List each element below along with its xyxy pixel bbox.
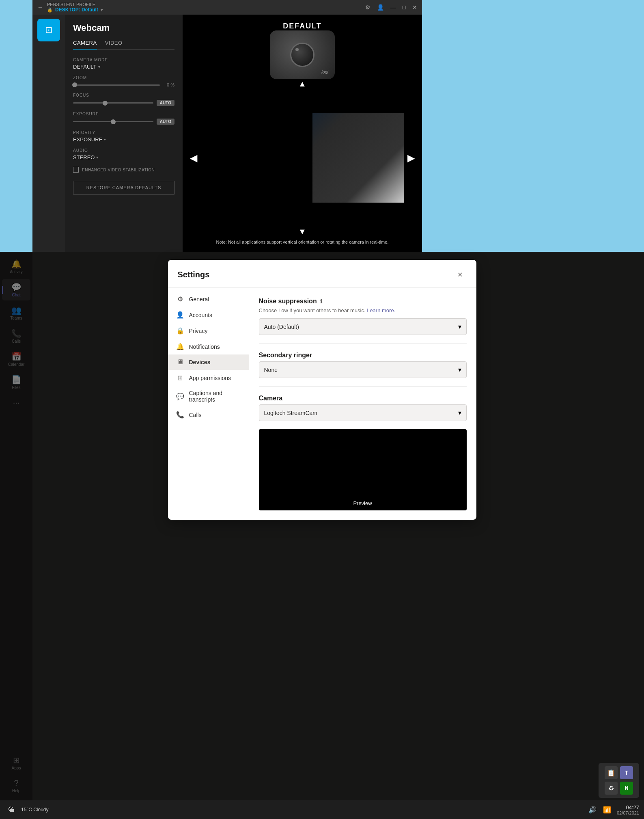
noise-suppression-value: Auto (Default) bbox=[264, 324, 299, 330]
secondary-ringer-label: Secondary ringer bbox=[259, 352, 312, 359]
noise-suppression-dropdown[interactable]: Auto (Default) ▾ bbox=[259, 318, 467, 335]
taskbar-left: 🌥 15°C Cloudy bbox=[5, 803, 49, 816]
focus-slider-container: AUTO bbox=[73, 100, 174, 106]
camera-mode-value: DEFAULT bbox=[73, 64, 97, 70]
secondary-ringer-heading: Secondary ringer bbox=[259, 352, 467, 359]
exposure-slider-thumb[interactable] bbox=[111, 119, 116, 124]
pan-down-arrow[interactable]: ▼ bbox=[298, 227, 306, 236]
camera-mode-select[interactable]: DEFAULT ▾ bbox=[73, 64, 174, 70]
settings-content: Noise suppression ℹ Choose Low if you wa… bbox=[249, 288, 476, 520]
taskbar-clock[interactable]: 04:27 02/07/2021 bbox=[617, 804, 639, 815]
priority-select[interactable]: EXPOSURE ▾ bbox=[73, 136, 174, 143]
priority-chevron: ▾ bbox=[104, 137, 106, 142]
settings-nav-accounts[interactable]: 👤 Accounts bbox=[168, 307, 249, 323]
camera-lens-graphic bbox=[290, 43, 314, 67]
live-overlay bbox=[200, 113, 312, 203]
webcam-preview-panel: DEFAULT logi ▲ ◀ ▶ ▼ Note: Not all appli… bbox=[183, 15, 422, 252]
camera-value: Logitech StreamCam bbox=[264, 410, 318, 416]
camera-dropdown[interactable]: Logitech StreamCam ▾ bbox=[259, 404, 467, 421]
lock-icon: 🔒 bbox=[47, 7, 53, 13]
webcam-body: ⊡ Webcam CAMERA VIDEO CAMERA MODE DEFAUL… bbox=[32, 15, 422, 252]
notif-clipboard-icon[interactable]: 📋 bbox=[605, 766, 618, 779]
settings-nav-general[interactable]: ⚙ General bbox=[168, 291, 249, 307]
secondary-ringer-value: None bbox=[264, 367, 278, 373]
calls-nav-icon: 📞 bbox=[176, 411, 184, 419]
network-icon[interactable]: 📶 bbox=[601, 803, 614, 816]
pan-up-arrow[interactable]: ▲ bbox=[298, 79, 306, 89]
app-permissions-nav-label: App permissions bbox=[189, 375, 231, 381]
webcam-minimize-button[interactable]: — bbox=[390, 4, 396, 11]
webcam-maximize-button[interactable]: □ bbox=[403, 4, 406, 11]
webcam-tab-video[interactable]: VIDEO bbox=[105, 40, 123, 48]
notif-nvidia-icon[interactable]: N bbox=[620, 782, 633, 795]
settings-modal: Settings ✕ ⚙ General 👤 Accounts 🔒 Privac… bbox=[168, 260, 476, 520]
notif-teams-icon[interactable]: T bbox=[620, 766, 633, 779]
taskbar: 🌥 15°C Cloudy 🔊 📶 04:27 02/07/2021 bbox=[0, 800, 644, 819]
restore-defaults-button[interactable]: RESTORE CAMERA DEFAULTS bbox=[73, 181, 174, 194]
settings-nav-devices[interactable]: 🖥 Devices bbox=[168, 354, 249, 370]
audio-label: AUDIO bbox=[73, 148, 174, 153]
settings-nav-calls[interactable]: 📞 Calls bbox=[168, 407, 249, 423]
priority-label: PRIORITY bbox=[73, 130, 174, 135]
settings-nav-privacy[interactable]: 🔒 Privacy bbox=[168, 323, 249, 339]
focus-slider-track[interactable] bbox=[73, 102, 153, 104]
zoom-slider-container: 0 % bbox=[73, 82, 174, 87]
noise-suppression-heading: Noise suppression ℹ bbox=[259, 298, 467, 305]
privacy-nav-label: Privacy bbox=[189, 328, 208, 334]
volume-icon[interactable]: 🔊 bbox=[586, 803, 599, 816]
webcam-user-icon[interactable]: 👤 bbox=[377, 4, 384, 11]
zoom-slider-thumb[interactable] bbox=[72, 82, 77, 87]
audio-select[interactable]: STEREO ▾ bbox=[73, 154, 174, 160]
notif-recycle-icon[interactable]: ♻ bbox=[605, 782, 618, 795]
calls-nav-label: Calls bbox=[189, 412, 202, 418]
camera-label: Camera bbox=[259, 395, 283, 402]
devices-nav-icon: 🖥 bbox=[176, 359, 184, 366]
taskbar-date-value: 02/07/2021 bbox=[617, 810, 639, 815]
note-text: Note: Not all applications support verti… bbox=[213, 236, 392, 248]
camera-mode-label: CAMERA MODE bbox=[73, 58, 174, 62]
webcam-titlebar-controls: ⚙ 👤 — □ ✕ bbox=[365, 4, 417, 11]
settings-nav-notifications[interactable]: 🔔 Notifications bbox=[168, 339, 249, 354]
webcam-settings-icon[interactable]: ⚙ bbox=[365, 4, 370, 11]
captions-nav-label: Captions and transcripts bbox=[189, 390, 241, 403]
taskbar-weather-icon[interactable]: 🌥 bbox=[5, 803, 18, 816]
pan-right-arrow[interactable]: ▶ bbox=[404, 149, 418, 167]
camera-preview: Preview bbox=[259, 429, 467, 510]
camera-heading: Camera bbox=[259, 395, 467, 402]
privacy-nav-icon: 🔒 bbox=[176, 327, 184, 335]
camera-preview-label: Preview bbox=[353, 500, 372, 506]
exposure-auto-badge: AUTO bbox=[157, 119, 174, 125]
webcam-camera-image: logi bbox=[270, 30, 335, 79]
general-nav-label: General bbox=[189, 296, 209, 303]
noise-suppression-info-icon[interactable]: ℹ bbox=[320, 298, 322, 305]
webcam-close-button[interactable]: ✕ bbox=[412, 4, 417, 11]
webcam-title-group: PERSISTENT PROFILE 🔒 DESKTOP: Default ▾ bbox=[47, 2, 103, 13]
settings-body: ⚙ General 👤 Accounts 🔒 Privacy 🔔 Notific… bbox=[168, 288, 476, 520]
webcam-titlebar-left: ← PERSISTENT PROFILE 🔒 DESKTOP: Default … bbox=[37, 2, 103, 13]
profile-chevron-icon: ▾ bbox=[101, 8, 103, 12]
stabilization-checkbox[interactable] bbox=[73, 167, 79, 173]
notification-popup: 📋 T ♻ N bbox=[599, 763, 639, 798]
webcam-back-button[interactable]: ← bbox=[37, 4, 43, 11]
webcam-tabs: CAMERA VIDEO bbox=[73, 40, 174, 50]
taskbar-time-value: 04:27 bbox=[617, 804, 639, 810]
settings-nav-captions[interactable]: 💬 Captions and transcripts bbox=[168, 386, 249, 407]
noise-learn-more-link[interactable]: Learn more. bbox=[367, 307, 395, 313]
devices-nav-label: Devices bbox=[189, 359, 211, 365]
noise-desc-text: Choose Low if you want others to hear mu… bbox=[259, 307, 366, 313]
focus-slider-thumb[interactable] bbox=[103, 101, 108, 106]
exposure-slider-track[interactable] bbox=[73, 121, 153, 122]
noise-suppression-desc: Choose Low if you want others to hear mu… bbox=[259, 307, 467, 313]
secondary-ringer-dropdown[interactable]: None ▾ bbox=[259, 361, 467, 378]
zoom-slider-track[interactable] bbox=[73, 84, 160, 86]
settings-close-button[interactable]: ✕ bbox=[454, 268, 467, 281]
webcam-profile[interactable]: 🔒 DESKTOP: Default ▾ bbox=[47, 7, 103, 13]
camera-mode-chevron: ▾ bbox=[98, 65, 100, 69]
pan-left-arrow[interactable]: ◀ bbox=[187, 149, 200, 167]
settings-nav-app-permissions[interactable]: ⊞ App permissions bbox=[168, 370, 249, 386]
webcam-profile-text: DESKTOP: Default bbox=[55, 7, 98, 13]
webcam-tab-camera[interactable]: CAMERA bbox=[73, 40, 97, 50]
webcam-camera-nav[interactable]: ⊡ bbox=[37, 19, 60, 41]
audio-chevron: ▾ bbox=[96, 155, 98, 160]
notifications-nav-label: Notifications bbox=[189, 344, 220, 350]
